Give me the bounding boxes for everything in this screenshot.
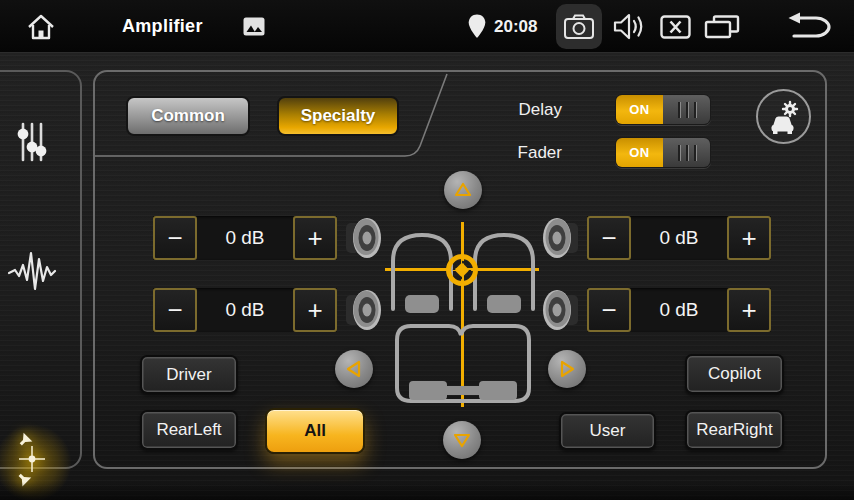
preset-all-button[interactable]: All [265, 408, 365, 454]
gain-rear-right-increase-button[interactable]: + [727, 288, 771, 332]
recent-apps-icon[interactable] [704, 15, 740, 39]
sidebar-item-sound-effect[interactable] [0, 247, 84, 293]
arrow-right-icon [556, 358, 578, 380]
fader-toggle[interactable]: ON [615, 137, 711, 168]
fader-front-button[interactable] [444, 171, 482, 209]
gain-front-right-decrease-button[interactable]: − [587, 216, 631, 260]
preset-rearright-button[interactable]: RearRight [685, 410, 784, 450]
gain-rear-left-increase-button[interactable]: + [293, 288, 337, 332]
clock: 20:08 [494, 0, 537, 53]
equalizer-icon [11, 120, 53, 164]
waveform-icon [7, 247, 57, 293]
arrow-down-icon [451, 429, 473, 451]
fader-rear-button[interactable] [443, 421, 481, 459]
gain-front-left-value: 0 dB [197, 227, 293, 249]
delay-toggle-state: ON [616, 95, 663, 124]
gain-rear-right-value: 0 dB [631, 299, 727, 321]
head-unit-screen: Amplifier 20:08 [0, 0, 854, 500]
preset-user-button[interactable]: User [559, 412, 656, 450]
fader-balance-icon [3, 430, 61, 488]
location-pin-icon [468, 14, 486, 39]
volume-icon[interactable] [613, 13, 645, 40]
delay-toggle-grip [663, 95, 710, 124]
gain-rear-right: − 0 dB + [587, 288, 771, 332]
gain-front-right-value: 0 dB [631, 227, 727, 249]
gain-rear-right-decrease-button[interactable]: − [587, 288, 631, 332]
speaker-front-right-icon [540, 213, 582, 263]
close-app-icon[interactable] [660, 15, 691, 39]
sidebar-item-fader-balance[interactable] [0, 430, 84, 488]
sidebar-item-equalizer[interactable] [0, 120, 84, 164]
car-settings-button[interactable] [756, 89, 811, 144]
balance-left-button[interactable] [335, 350, 373, 388]
arrow-left-icon [343, 358, 365, 380]
gain-front-right-increase-button[interactable]: + [727, 216, 771, 260]
home-icon[interactable] [26, 12, 56, 42]
gain-front-left-decrease-button[interactable]: − [153, 216, 197, 260]
gain-front-right: − 0 dB + [587, 216, 771, 260]
back-icon[interactable] [786, 12, 832, 42]
fader-toggle-state: ON [616, 138, 663, 167]
balance-target[interactable] [440, 248, 484, 292]
delay-label: Delay [462, 100, 562, 120]
gain-rear-left-value: 0 dB [197, 299, 293, 321]
gain-front-left: − 0 dB + [153, 216, 337, 260]
gain-rear-left: − 0 dB + [153, 288, 337, 332]
gain-rear-left-decrease-button[interactable]: − [153, 288, 197, 332]
amplifier-panel: Common Specialty Delay ON Fader ON [93, 70, 827, 469]
preset-driver-button[interactable]: Driver [140, 355, 238, 394]
fader-toggle-grip [663, 138, 710, 167]
preset-rearleft-button[interactable]: RearLeft [140, 410, 238, 450]
balance-right-button[interactable] [548, 350, 586, 388]
gallery-icon[interactable] [243, 17, 265, 36]
camera-icon[interactable] [556, 4, 602, 49]
preset-copilot-button[interactable]: Copilot [685, 354, 784, 394]
delay-toggle[interactable]: ON [615, 94, 711, 125]
tab-common[interactable]: Common [126, 96, 250, 136]
status-bar: Amplifier 20:08 [0, 0, 854, 53]
gain-front-left-increase-button[interactable]: + [293, 216, 337, 260]
speaker-rear-left-icon [342, 285, 384, 335]
arrow-up-icon [452, 179, 474, 201]
speaker-front-left-icon [342, 213, 384, 263]
tab-specialty[interactable]: Specialty [277, 96, 399, 136]
speaker-rear-right-icon [540, 285, 582, 335]
fader-label: Fader [462, 143, 562, 163]
sidebar [0, 70, 82, 469]
car-gear-icon [766, 99, 802, 135]
page-title: Amplifier [122, 0, 203, 53]
